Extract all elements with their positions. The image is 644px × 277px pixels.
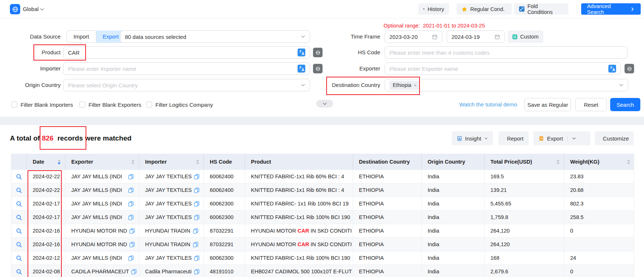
- copy-icon[interactable]: [128, 174, 134, 179]
- cell-hs-code: 60062300: [204, 197, 245, 210]
- advanced-search-label: Advanced Search: [587, 3, 627, 15]
- search-button[interactable]: Search: [610, 98, 640, 111]
- page: Global History Regular Cond. Fold Condit…: [0, 0, 644, 277]
- cell-importer: JAY JAY TEXTILES: [139, 183, 204, 197]
- chevron-down-icon: [323, 102, 327, 106]
- sort-control[interactable]: [132, 160, 134, 164]
- chevron-down-icon[interactable]: [40, 7, 44, 12]
- customize-button[interactable]: Customize: [595, 131, 634, 145]
- hs-code-input[interactable]: [389, 50, 623, 56]
- translate-icon[interactable]: A: [298, 48, 305, 57]
- cell-importer: Cadila Pharmaceuti: [139, 265, 204, 277]
- checkbox-icon[interactable]: [146, 102, 152, 107]
- copy-icon[interactable]: [128, 255, 134, 261]
- header-weight[interactable]: Weight(KG): [564, 154, 634, 170]
- cell-origin-country: India: [422, 251, 485, 265]
- fold-conditions-button[interactable]: Fold Conditions: [514, 3, 568, 15]
- checkbox-filter-logitics-company[interactable]: Filter Logitics Company: [146, 101, 213, 108]
- app-logo[interactable]: [10, 4, 20, 14]
- magnifier-icon: [16, 214, 22, 220]
- data-source-select[interactable]: 80 data sources selected: [120, 30, 310, 43]
- exclude-toggle-button[interactable]: [625, 64, 634, 73]
- copy-icon[interactable]: [128, 187, 134, 193]
- tab-import[interactable]: Import: [66, 30, 96, 43]
- history-button[interactable]: History: [418, 3, 449, 15]
- row-preview-button[interactable]: [11, 251, 27, 265]
- importer-input[interactable]: [68, 66, 298, 72]
- save-as-regular-button[interactable]: Save as Regular: [525, 98, 571, 111]
- cell-product: HYUNDAI MOTOR CAR IN SKD CONDITI: [245, 238, 353, 251]
- tag-remove-icon[interactable]: ×: [414, 83, 417, 88]
- copy-icon[interactable]: [194, 215, 199, 220]
- header-total-price[interactable]: Total Price(USD): [485, 154, 564, 170]
- history-icon: [423, 6, 425, 12]
- checkbox-icon[interactable]: [79, 102, 85, 107]
- report-button[interactable]: Report: [499, 131, 529, 145]
- origin-country-select[interactable]: Please select Origin Country: [63, 79, 310, 91]
- advanced-search-button[interactable]: Advanced Search: [581, 3, 641, 15]
- copy-icon[interactable]: [128, 201, 134, 207]
- region-selector-label[interactable]: Global: [23, 0, 39, 18]
- checkbox-filter-blank-importers[interactable]: Filter Blank Importers: [11, 101, 73, 108]
- destination-country-tag[interactable]: Ethiopia ×: [389, 81, 420, 90]
- copy-icon[interactable]: [129, 242, 135, 247]
- sort-control[interactable]: [58, 160, 61, 164]
- translate-icon[interactable]: A: [298, 65, 305, 73]
- header-exporter[interactable]: Exporter: [65, 154, 139, 170]
- reset-button[interactable]: Reset: [575, 98, 607, 111]
- checkbox-icon[interactable]: [11, 102, 17, 107]
- insight-button[interactable]: Insight: [452, 131, 493, 145]
- product-input[interactable]: [68, 50, 298, 56]
- chevron-down-icon[interactable]: [572, 136, 576, 141]
- header-date[interactable]: Date: [27, 154, 65, 170]
- custom-range-button[interactable]: Custom: [508, 30, 543, 43]
- sort-control[interactable]: [627, 160, 630, 164]
- cell-product: KNITTED FABRIC- 1x1 Rib 100% BCI 19: [245, 197, 353, 210]
- copy-icon[interactable]: [194, 269, 199, 274]
- cell-origin-country: India: [422, 238, 485, 251]
- row-preview-button[interactable]: [11, 211, 27, 224]
- copy-icon[interactable]: [131, 269, 137, 274]
- copy-icon[interactable]: [128, 215, 134, 220]
- header-importer[interactable]: Importer: [139, 154, 204, 170]
- copy-icon[interactable]: [194, 174, 199, 179]
- row-preview-button[interactable]: [11, 170, 27, 183]
- row-preview-button[interactable]: [11, 197, 27, 210]
- tutorial-demo-link[interactable]: Watch the tutorial demo: [459, 98, 517, 111]
- date-start-input[interactable]: 2023-03-20: [385, 30, 442, 43]
- cell-total-price: 169.5: [485, 170, 564, 183]
- date-end-input[interactable]: 2024-03-19: [447, 30, 505, 43]
- product-field: A: [63, 46, 310, 59]
- regular-cond-button[interactable]: Regular Cond.: [457, 3, 512, 15]
- exporter-input[interactable]: [389, 66, 608, 72]
- row-preview-button[interactable]: [11, 265, 27, 277]
- calendar-icon: [432, 34, 438, 40]
- cell-origin-country: India: [422, 183, 485, 197]
- copy-icon[interactable]: [129, 228, 135, 234]
- results-section: A total of 826 records were matched Insi…: [0, 125, 644, 277]
- row-preview-button[interactable]: [11, 183, 27, 197]
- sort-control[interactable]: [196, 160, 199, 164]
- chevron-right-icon: [630, 7, 635, 11]
- copy-icon[interactable]: [194, 201, 199, 207]
- report-icon: [504, 136, 504, 141]
- cell-origin-country: India: [422, 265, 485, 277]
- table-row: 2024-02-17 JAY JAY MILLS (INDI JAY JAY T…: [11, 197, 634, 211]
- expand-conditions-button[interactable]: [316, 100, 333, 107]
- copy-icon[interactable]: [194, 187, 199, 193]
- export-button[interactable]: Export: [533, 131, 590, 145]
- cell-total-price: 139.21: [485, 183, 564, 197]
- copy-icon[interactable]: [194, 255, 199, 261]
- destination-country-select[interactable]: Ethiopia ×: [385, 79, 628, 91]
- copy-icon[interactable]: [193, 228, 198, 234]
- sort-control[interactable]: [557, 160, 560, 164]
- date-end-value: 2024-03-19: [451, 34, 494, 40]
- globe-icon: [12, 6, 19, 13]
- checkbox-filter-blank-exporters[interactable]: Filter Blank Exporters: [79, 101, 141, 108]
- row-preview-button[interactable]: [11, 238, 27, 251]
- translate-icon[interactable]: A: [608, 65, 616, 73]
- cell-hs-code: 87032291: [204, 238, 245, 251]
- copy-icon[interactable]: [193, 242, 198, 247]
- cell-importer: HYUNDAI TRADIN: [139, 224, 204, 237]
- row-preview-button[interactable]: [11, 224, 27, 237]
